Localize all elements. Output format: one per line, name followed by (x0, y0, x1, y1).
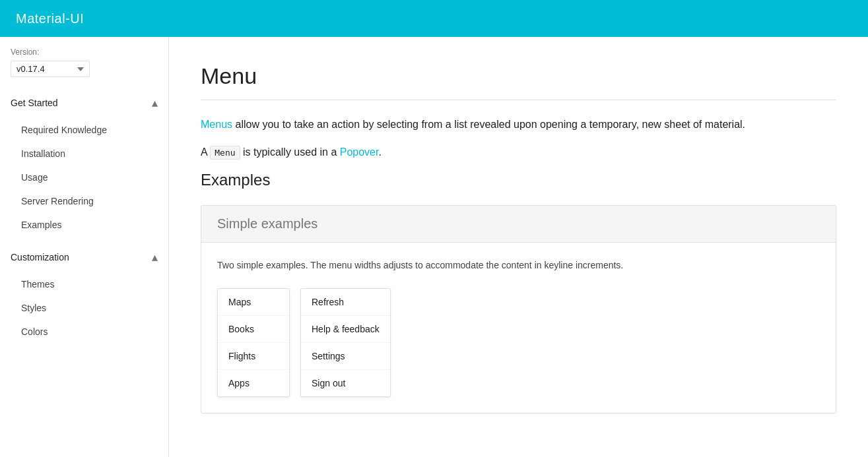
menu1-item-flights[interactable]: Flights (218, 343, 289, 370)
version-label: Version: (11, 47, 158, 57)
sidebar: Version: v0.17.4 Get Started ▴ Required … (0, 37, 169, 457)
version-select[interactable]: v0.17.4 (11, 61, 90, 77)
menu2-item-settings[interactable]: Settings (301, 343, 390, 370)
app-title: Material-UI (16, 11, 84, 26)
version-section: Version: v0.17.4 (0, 37, 168, 82)
page-title: Menu (201, 63, 836, 89)
sidebar-item-examples[interactable]: Examples (0, 213, 168, 237)
page-divider (201, 100, 836, 100)
sidebar-item-required-knowledge[interactable]: Required Knowledge (0, 118, 168, 142)
popover-link[interactable]: Popover (340, 146, 379, 158)
menu2-item-refresh[interactable]: Refresh (301, 289, 390, 316)
sidebar-item-usage[interactable]: Usage (0, 166, 168, 189)
desc2-prefix: A (201, 146, 210, 158)
chevron-up-icon-2: ▴ (152, 250, 158, 264)
menu-card-1: Maps Books Flights Apps (217, 288, 290, 397)
menus-link[interactable]: Menus (201, 119, 232, 130)
section-customization: Customization ▴ Themes Styles Colors (0, 242, 168, 344)
menu-card-2: Refresh Help & feedback Settings Sign ou… (300, 288, 391, 397)
section-customization-label: Customization (11, 252, 69, 262)
sidebar-item-themes[interactable]: Themes (0, 272, 168, 296)
desc2-suffix: is typically used in a (240, 146, 340, 158)
menu1-item-maps[interactable]: Maps (218, 289, 289, 316)
desc2-end: . (378, 146, 381, 158)
sidebar-item-installation[interactable]: Installation (0, 142, 168, 166)
sidebar-item-colors[interactable]: Colors (0, 320, 168, 344)
secondary-description: A Menu is typically used in a Popover. (201, 144, 836, 161)
menus-container: Maps Books Flights Apps Refresh Help & f… (217, 288, 820, 397)
example-description: Two simple examples. The menu widths adj… (217, 259, 820, 272)
example-panel: Simple examples Two simple examples. The… (201, 205, 836, 413)
sidebar-item-server-rendering[interactable]: Server Rendering (0, 189, 168, 213)
menu1-item-books[interactable]: Books (218, 316, 289, 343)
intro-description: Menus allow you to take an action by sel… (201, 116, 836, 133)
menu1-item-apps[interactable]: Apps (218, 370, 289, 396)
section-get-started-header[interactable]: Get Started ▴ (0, 88, 168, 118)
main-content: Menu Menus allow you to take an action b… (169, 37, 868, 457)
menu-inline-code: Menu (210, 146, 240, 160)
example-panel-title: Simple examples (201, 206, 836, 243)
description-text: allow you to take an action by selecting… (232, 119, 745, 130)
menu2-item-help[interactable]: Help & feedback (301, 316, 390, 343)
examples-title: Examples (201, 171, 836, 189)
section-get-started-label: Get Started (11, 98, 58, 108)
menu2-item-signout[interactable]: Sign out (301, 370, 390, 396)
sidebar-item-styles[interactable]: Styles (0, 296, 168, 320)
chevron-up-icon: ▴ (152, 96, 158, 110)
app-header: Material-UI (0, 0, 868, 37)
section-get-started: Get Started ▴ Required Knowledge Install… (0, 88, 168, 237)
section-customization-header[interactable]: Customization ▴ (0, 242, 168, 272)
example-panel-body: Two simple examples. The menu widths adj… (201, 243, 836, 413)
